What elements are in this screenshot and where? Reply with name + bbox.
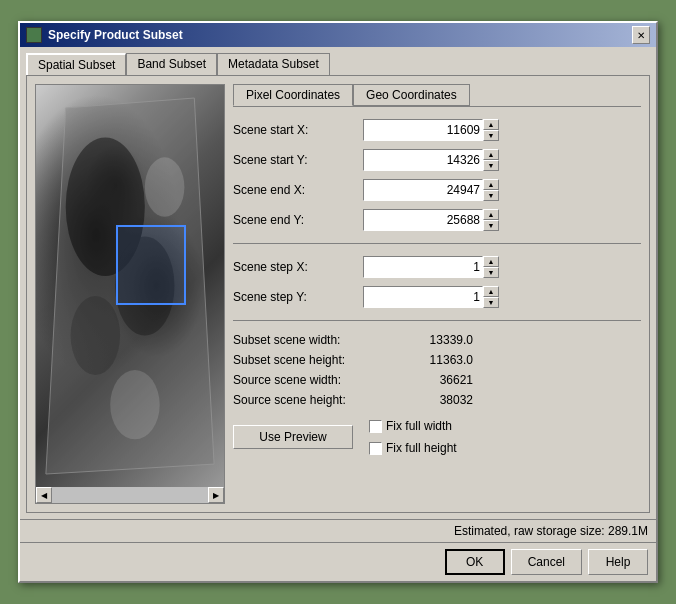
tab-content: ◀ ▶ Pixel Coordinates Geo Coordinates Sc…: [26, 75, 650, 513]
scene-start-y-input[interactable]: [363, 149, 483, 171]
tab-spatial-subset[interactable]: Spatial Subset: [26, 53, 126, 75]
scene-end-x-input[interactable]: [363, 179, 483, 201]
scene-start-y-spinner: ▲ ▼: [363, 149, 499, 171]
bottom-controls: Use Preview Fix full width Fix full heig…: [233, 419, 641, 455]
scene-start-y-up[interactable]: ▲: [483, 149, 499, 160]
source-width-row: Source scene width: 36621: [233, 373, 641, 387]
dialog-window: Specify Product Subset ✕ Spatial Subset …: [18, 21, 658, 583]
main-tabs: Spatial Subset Band Subset Metadata Subs…: [26, 53, 650, 75]
window-title: Specify Product Subset: [48, 28, 183, 42]
scene-step-x-spinner: ▲ ▼: [363, 256, 499, 278]
scene-end-x-down[interactable]: ▼: [483, 190, 499, 201]
fix-full-width-label: Fix full width: [386, 419, 452, 433]
scene-start-y-label: Scene start Y:: [233, 153, 363, 167]
scene-step-x-label: Scene step X:: [233, 260, 363, 274]
cancel-button[interactable]: Cancel: [511, 549, 582, 575]
selection-box[interactable]: [116, 225, 186, 305]
subset-width-row: Subset scene width: 13339.0: [233, 333, 641, 347]
divider-2: [233, 320, 641, 321]
source-width-label: Source scene width:: [233, 373, 393, 387]
app-icon: [26, 27, 42, 43]
svg-point-5: [145, 157, 185, 216]
coord-tabs-row: Pixel Coordinates Geo Coordinates: [233, 84, 641, 106]
status-bar: Estimated, raw storage size: 289.1M: [20, 519, 656, 542]
divider-1: [233, 243, 641, 244]
scene-end-y-row: Scene end Y: ▲ ▼: [233, 209, 641, 231]
scene-start-x-up[interactable]: ▲: [483, 119, 499, 130]
scene-end-y-down[interactable]: ▼: [483, 220, 499, 231]
coord-tab-bar: [233, 106, 641, 107]
scene-start-x-btns: ▲ ▼: [483, 119, 499, 141]
source-height-label: Source scene height:: [233, 393, 393, 407]
status-text: Estimated, raw storage size: 289.1M: [454, 524, 648, 538]
scene-start-x-input[interactable]: [363, 119, 483, 141]
dialog-body: Spatial Subset Band Subset Metadata Subs…: [20, 47, 656, 519]
scene-step-y-row: Scene step Y: ▲ ▼: [233, 286, 641, 308]
scene-step-x-up[interactable]: ▲: [483, 256, 499, 267]
tab-geo-coordinates[interactable]: Geo Coordinates: [353, 84, 470, 106]
scene-end-y-btns: ▲ ▼: [483, 209, 499, 231]
image-scroll-area: [36, 85, 224, 487]
help-button[interactable]: Help: [588, 549, 648, 575]
scroll-right-btn[interactable]: ▶: [208, 487, 224, 503]
scene-step-y-down[interactable]: ▼: [483, 297, 499, 308]
fix-full-width-item: Fix full width: [369, 419, 457, 433]
close-button[interactable]: ✕: [632, 26, 650, 44]
subset-width-label: Subset scene width:: [233, 333, 393, 347]
scene-start-x-down[interactable]: ▼: [483, 130, 499, 141]
button-bar: OK Cancel Help: [20, 542, 656, 581]
scene-end-x-spinner: ▲ ▼: [363, 179, 499, 201]
scene-step-y-btns: ▲ ▼: [483, 286, 499, 308]
svg-point-6: [110, 370, 159, 439]
horizontal-scroll: ◀ ▶: [36, 487, 224, 503]
scene-start-y-btns: ▲ ▼: [483, 149, 499, 171]
image-panel: ◀ ▶: [35, 84, 225, 504]
fix-full-height-item: Fix full height: [369, 441, 457, 455]
source-height-value: 38032: [393, 393, 473, 407]
scroll-left-btn[interactable]: ◀: [36, 487, 52, 503]
scene-end-x-btns: ▲ ▼: [483, 179, 499, 201]
scene-start-y-down[interactable]: ▼: [483, 160, 499, 171]
source-width-value: 36621: [393, 373, 473, 387]
source-height-row: Source scene height: 38032: [233, 393, 641, 407]
subset-width-value: 13339.0: [393, 333, 473, 347]
scene-end-y-input[interactable]: [363, 209, 483, 231]
scene-start-x-row: Scene start X: ▲ ▼: [233, 119, 641, 141]
scene-step-y-spinner: ▲ ▼: [363, 286, 499, 308]
fix-full-height-checkbox[interactable]: [369, 442, 382, 455]
scene-end-y-spinner: ▲ ▼: [363, 209, 499, 231]
checkbox-group: Fix full width Fix full height: [369, 419, 457, 455]
tab-pixel-coordinates[interactable]: Pixel Coordinates: [233, 84, 353, 106]
subset-height-label: Subset scene height:: [233, 353, 393, 367]
svg-point-4: [71, 296, 120, 375]
scene-end-y-up[interactable]: ▲: [483, 209, 499, 220]
scene-step-x-input[interactable]: [363, 256, 483, 278]
use-preview-button[interactable]: Use Preview: [233, 425, 353, 449]
tab-metadata-subset[interactable]: Metadata Subset: [217, 53, 330, 75]
ok-button[interactable]: OK: [445, 549, 505, 575]
scene-step-y-up[interactable]: ▲: [483, 286, 499, 297]
scene-end-x-row: Scene end X: ▲ ▼: [233, 179, 641, 201]
scene-step-x-down[interactable]: ▼: [483, 267, 499, 278]
scene-start-x-spinner: ▲ ▼: [363, 119, 499, 141]
scene-step-y-input[interactable]: [363, 286, 483, 308]
scene-end-x-up[interactable]: ▲: [483, 179, 499, 190]
h-scroll-track[interactable]: [52, 487, 208, 503]
scene-step-x-row: Scene step X: ▲ ▼: [233, 256, 641, 278]
fix-full-height-label: Fix full height: [386, 441, 457, 455]
title-bar: Specify Product Subset ✕: [20, 23, 656, 47]
right-panel: Pixel Coordinates Geo Coordinates Scene …: [233, 84, 641, 504]
scene-end-x-label: Scene end X:: [233, 183, 363, 197]
tab-band-subset[interactable]: Band Subset: [126, 53, 217, 75]
subset-height-value: 11363.0: [393, 353, 473, 367]
scene-end-y-label: Scene end Y:: [233, 213, 363, 227]
scene-step-x-btns: ▲ ▼: [483, 256, 499, 278]
fix-full-width-checkbox[interactable]: [369, 420, 382, 433]
scene-start-x-label: Scene start X:: [233, 123, 363, 137]
subset-height-row: Subset scene height: 11363.0: [233, 353, 641, 367]
title-bar-left: Specify Product Subset: [26, 27, 183, 43]
scene-step-y-label: Scene step Y:: [233, 290, 363, 304]
scene-start-y-row: Scene start Y: ▲ ▼: [233, 149, 641, 171]
